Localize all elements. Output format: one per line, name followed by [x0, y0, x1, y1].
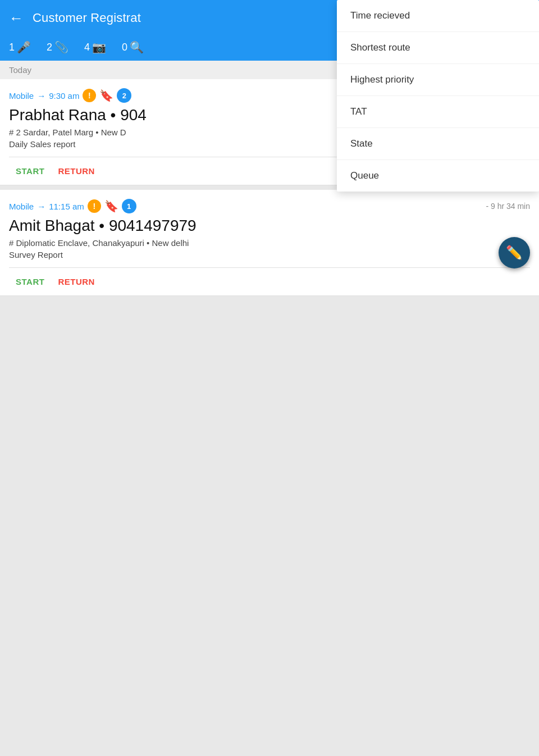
dropdown-item-queue[interactable]: Queue	[337, 160, 539, 192]
card-1-count-badge: 2	[117, 88, 131, 103]
photo-count: 4	[84, 42, 90, 53]
dropdown-item-state[interactable]: State	[337, 128, 539, 160]
card-2-time-neg: - 9 hr 34 min	[486, 202, 530, 211]
toolbar-attachment[interactable]: 2 📎	[47, 40, 68, 54]
back-button[interactable]: ←	[9, 10, 24, 27]
search-camera-icon: 🔍	[130, 40, 144, 54]
card-1-source: Mobile	[9, 91, 34, 101]
card-2-meta: Mobile → 11:15 am ! 🔖 1 - 9 hr 34 min	[9, 199, 530, 213]
toolbar-photo[interactable]: 4 📷	[84, 40, 106, 54]
camera-icon: 📷	[92, 40, 106, 54]
card-2-arrow: →	[37, 202, 45, 211]
card-2-address: # Diplomatic Enclave, Chanakyapuri • New…	[9, 238, 530, 248]
section-label-text: Today	[9, 65, 31, 75]
toolbar-search[interactable]: 0 🔍	[122, 40, 144, 54]
dropdown-item-highest-priority[interactable]: Highest priority	[337, 64, 539, 96]
card-2: Mobile → 11:15 am ! 🔖 1 - 9 hr 34 min Am…	[0, 190, 539, 296]
card-2-edit-fab[interactable]: ✏️	[499, 237, 530, 268]
dropdown-item-tat[interactable]: TAT	[337, 96, 539, 128]
sort-dropdown-menu: Time recieved Shortest route Highest pri…	[337, 0, 539, 192]
card-1-return-button[interactable]: RETURN	[51, 162, 102, 180]
pencil-icon-2: ✏️	[506, 245, 523, 261]
card-1-time: 9:30 am	[49, 91, 79, 101]
card-1-bookmark-icon: 🔖	[99, 89, 113, 102]
card-2-time: 11:15 am	[49, 202, 84, 211]
card-2-task: Survey Report	[9, 250, 530, 259]
card-2-priority-badge: !	[88, 199, 101, 213]
card-2-count-badge: 1	[122, 199, 136, 213]
header-title: Customer Registrat	[33, 11, 141, 25]
card-2-name: Amit Bhagat • 9041497979	[9, 217, 530, 235]
card-2-actions: START RETURN	[9, 267, 530, 295]
attachment-count: 2	[47, 42, 52, 53]
card-2-start-button[interactable]: START	[9, 272, 51, 291]
card-1-arrow: →	[37, 91, 45, 101]
toolbar-audio[interactable]: 1 🎤	[9, 40, 31, 54]
card-1-start-button[interactable]: START	[9, 162, 51, 180]
search-count: 0	[122, 42, 127, 53]
card-2-return-button[interactable]: RETURN	[51, 272, 102, 291]
card-1-priority-badge: !	[83, 89, 96, 102]
dropdown-item-shortest-route[interactable]: Shortest route	[337, 32, 539, 64]
audio-count: 1	[9, 42, 15, 53]
card-2-bookmark-icon: 🔖	[104, 199, 118, 213]
paperclip-icon: 📎	[54, 40, 68, 54]
microphone-icon: 🎤	[17, 40, 31, 54]
dropdown-item-time-received[interactable]: Time recieved	[337, 0, 539, 32]
card-2-source: Mobile	[9, 202, 34, 211]
page: ← Customer Registrat 1 🎤 2 📎 4 📷 0 🔍 Tod…	[0, 0, 539, 296]
